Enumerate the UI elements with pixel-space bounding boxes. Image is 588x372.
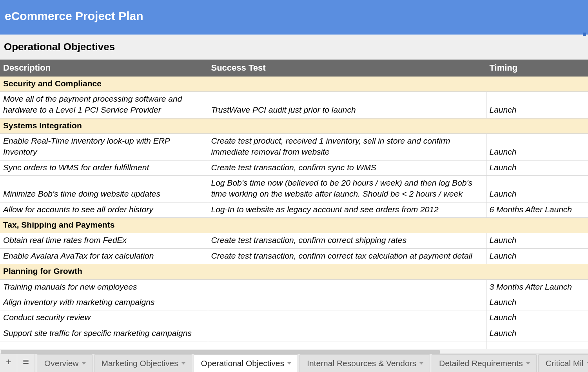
- table-row[interactable]: Move all of the payment processing softw…: [0, 92, 588, 119]
- cell-timing[interactable]: Launch: [486, 134, 588, 160]
- chevron-down-icon[interactable]: [587, 362, 588, 365]
- cell-description[interactable]: Sync orders to WMS for order fulfillment: [0, 160, 208, 175]
- group-row[interactable]: Security and Compliance: [0, 76, 588, 91]
- cell-description[interactable]: Training manuals for new employees: [0, 279, 208, 295]
- sheet-tab[interactable]: Operational Objectives: [194, 354, 298, 372]
- sheet-tab-label: Internal Resources & Vendors: [307, 359, 416, 368]
- cell-timing[interactable]: 3 Months After Launch: [486, 279, 588, 295]
- chevron-down-icon[interactable]: [526, 362, 530, 365]
- document-title: eCommerce Project Plan: [5, 9, 143, 22]
- sheet-tab[interactable]: Detailed Requirements: [432, 354, 537, 372]
- table-row[interactable]: Sync orders to WMS for order fulfillment…: [0, 160, 588, 175]
- group-name[interactable]: Security and Compliance: [0, 76, 588, 91]
- sheet-tab-label: Marketing Objectives: [102, 359, 178, 368]
- sheet-tab-label: Critical Mil: [546, 359, 584, 368]
- table-row[interactable]: Align inventory with marketing campaigns…: [0, 295, 588, 310]
- group-name[interactable]: Tax, Shipping and Payments: [0, 218, 588, 233]
- group-name[interactable]: Systems Integration: [0, 118, 588, 133]
- sheet-tab[interactable]: Overview: [37, 354, 93, 372]
- chevron-down-icon[interactable]: [287, 362, 291, 365]
- table-row[interactable]: Support site traffic for specific market…: [0, 326, 588, 341]
- cell-success[interactable]: [208, 279, 486, 295]
- sheet-tab[interactable]: Marketing Objectives: [94, 354, 192, 372]
- table-row[interactable]: Training manuals for new employees3 Mont…: [0, 279, 588, 295]
- cell-success[interactable]: Log Bob's time now (believed to be 20 ho…: [208, 176, 486, 202]
- cell-timing[interactable]: Launch: [486, 92, 588, 119]
- section-heading: Operational Objectives: [0, 35, 588, 60]
- spreadsheet-grid[interactable]: Description Success Test Timing Security…: [0, 60, 588, 349]
- cell-description[interactable]: Obtain real time rates from FedEx: [0, 233, 208, 248]
- cell-description[interactable]: Support site traffic for specific market…: [0, 326, 208, 341]
- cell-success[interactable]: Create test transaction, confirm correct…: [208, 233, 486, 248]
- cell-success[interactable]: Create test transaction, confirm correct…: [208, 248, 486, 264]
- objectives-table[interactable]: Description Success Test Timing Security…: [0, 60, 588, 349]
- table-row[interactable]: Enable Avalara AvaTax for tax calculatio…: [0, 248, 588, 264]
- cell-timing[interactable]: Launch: [486, 160, 588, 175]
- cell-timing[interactable]: Launch: [486, 176, 588, 202]
- add-sheet-button[interactable]: [0, 354, 17, 372]
- table-row[interactable]: Enable Real-Time inventory look-up with …: [0, 134, 588, 160]
- sheet-tab[interactable]: Critical Mil: [538, 354, 588, 372]
- cell-success[interactable]: TrustWave PCI audit just prior to launch: [208, 92, 486, 119]
- cell-timing[interactable]: Launch: [486, 310, 588, 326]
- table-header-row: Description Success Test Timing: [0, 60, 588, 76]
- sheet-tab-bar: OverviewMarketing ObjectivesOperational …: [0, 354, 588, 372]
- horizontal-scrollbar[interactable]: [0, 349, 588, 354]
- cell-success[interactable]: Create test transaction, confirm sync to…: [208, 160, 486, 175]
- cell-description[interactable]: Enable Real-Time inventory look-up with …: [0, 134, 208, 160]
- col-header-success[interactable]: Success Test: [208, 60, 486, 76]
- chevron-down-icon[interactable]: [82, 362, 86, 365]
- cell-success[interactable]: [208, 295, 486, 310]
- group-row[interactable]: Systems Integration: [0, 118, 588, 133]
- cell-success[interactable]: Log-In to website as legacy account and …: [208, 202, 486, 217]
- col-header-timing[interactable]: Timing: [486, 60, 588, 76]
- chevron-down-icon[interactable]: [419, 362, 423, 365]
- col-header-description[interactable]: Description: [0, 60, 208, 76]
- document-title-bar: eCommerce Project Plan: [0, 0, 588, 35]
- cell-timing[interactable]: Launch: [486, 326, 588, 341]
- cell-success[interactable]: [208, 310, 486, 326]
- cell-description[interactable]: Conduct security review: [0, 310, 208, 326]
- cell-timing[interactable]: Launch: [486, 295, 588, 310]
- sheet-tab-label: Operational Objectives: [201, 359, 284, 368]
- empty-cell[interactable]: [0, 341, 208, 348]
- empty-row[interactable]: [0, 341, 588, 348]
- cell-timing[interactable]: 6 Months After Launch: [486, 202, 588, 217]
- cell-timing[interactable]: Launch: [486, 248, 588, 264]
- cell-timing[interactable]: Launch: [486, 233, 588, 248]
- all-sheets-button[interactable]: [17, 354, 34, 372]
- table-row[interactable]: Minimize Bob's time doing website update…: [0, 176, 588, 202]
- cell-success[interactable]: [208, 326, 486, 341]
- group-row[interactable]: Planning for Growth: [0, 264, 588, 279]
- empty-cell[interactable]: [208, 341, 486, 348]
- table-row[interactable]: Allow for accounts to see all order hist…: [0, 202, 588, 217]
- section-heading-text: Operational Objectives: [4, 41, 115, 53]
- empty-cell[interactable]: [486, 341, 588, 348]
- sheet-tab-label: Overview: [44, 359, 79, 368]
- sheet-tab-label: Detailed Requirements: [439, 359, 523, 368]
- cell-description[interactable]: Minimize Bob's time doing website update…: [0, 176, 208, 202]
- group-name[interactable]: Planning for Growth: [0, 264, 588, 279]
- cell-success[interactable]: Create test product, received 1 inventor…: [208, 134, 486, 160]
- cell-description[interactable]: Align inventory with marketing campaigns: [0, 295, 208, 310]
- table-row[interactable]: Conduct security reviewLaunch: [0, 310, 588, 326]
- group-row[interactable]: Tax, Shipping and Payments: [0, 218, 588, 233]
- plus-icon: [5, 358, 13, 368]
- sheet-tabs-container: OverviewMarketing ObjectivesOperational …: [34, 354, 588, 372]
- table-row[interactable]: Obtain real time rates from FedExCreate …: [0, 233, 588, 248]
- menu-icon: [22, 358, 30, 368]
- cell-description[interactable]: Enable Avalara AvaTax for tax calculatio…: [0, 248, 208, 264]
- chevron-down-icon[interactable]: [181, 362, 185, 365]
- sheet-tab[interactable]: Internal Resources & Vendors: [299, 354, 430, 372]
- cell-description[interactable]: Allow for accounts to see all order hist…: [0, 202, 208, 217]
- scrollbar-thumb[interactable]: [1, 350, 440, 354]
- cell-description[interactable]: Move all of the payment processing softw…: [0, 92, 208, 119]
